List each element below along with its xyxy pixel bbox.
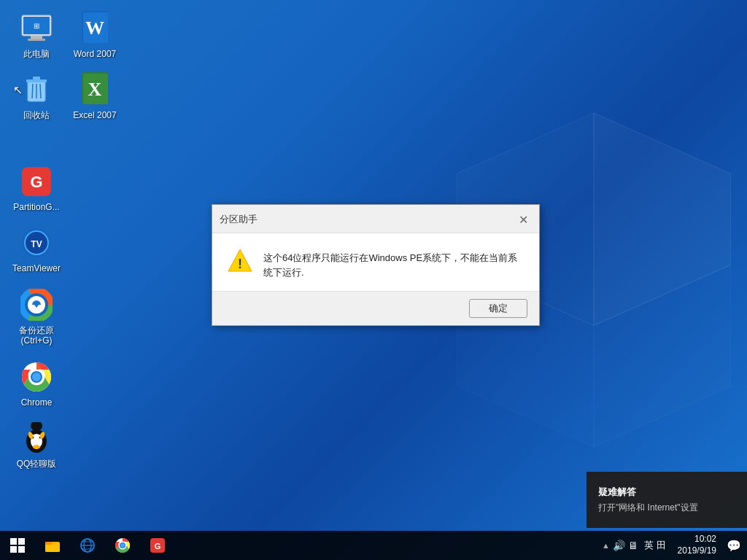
svg-rect-11 (33, 77, 40, 79)
desktop-icon-teamviewer[interactable]: TV TeamViewer (7, 222, 66, 277)
taskbar-ie[interactable] (70, 531, 105, 560)
cursor-indicator: ↖ (13, 83, 23, 97)
svg-line-12 (32, 84, 33, 98)
desktop-icon-chrome[interactable]: Chrome (7, 356, 66, 411)
svg-rect-46 (10, 538, 17, 545)
notification-popup[interactable]: 疑难解答 打开"网络和 Internet"设置 (587, 472, 747, 528)
dialog: 分区助手 ✕ ! 这个64位程序只能运行在Windows PE系统下，不能在当前… (212, 204, 540, 326)
svg-text:W: W (85, 18, 104, 39)
desktop-icon-excel[interactable]: X Excel 2007 (66, 69, 124, 124)
dialog-body: ! 这个64位程序只能运行在Windows PE系统下，不能在当前系统下运行. (212, 233, 539, 291)
desktop-icon-qq[interactable]: QQ轻聊版 (7, 417, 66, 472)
taskbar-apps: G (35, 531, 175, 560)
desktop-icon-recycle[interactable]: ↖ 回收站 (7, 69, 66, 124)
excel-label: Excel 2007 (73, 110, 116, 120)
tray-network[interactable]: 🖥 (628, 540, 638, 551)
svg-point-43 (33, 445, 40, 449)
word-label: Word 2007 (74, 49, 116, 59)
svg-text:G: G (30, 173, 42, 191)
svg-rect-10 (26, 79, 47, 82)
taskbar-clock[interactable]: 10:02 2019/9/19 (672, 534, 722, 556)
dialog-ok-button[interactable]: 确定 (469, 299, 527, 318)
svg-line-14 (40, 84, 41, 98)
svg-rect-48 (10, 546, 17, 553)
svg-point-32 (32, 373, 41, 381)
svg-rect-47 (18, 538, 25, 545)
notification-line1: 疑难解答 (598, 483, 735, 500)
notification-line2: 打开"网络和 Internet"设置 (598, 500, 735, 516)
chrome-label: Chrome (21, 397, 53, 408)
svg-text:!: ! (238, 257, 242, 271)
recycle-label: 回收站 (23, 110, 50, 120)
this-pc-label: 此电脑 (23, 49, 50, 59)
tray-speaker[interactable]: 🔊 (613, 540, 625, 551)
taskbar-time: 10:02 (678, 534, 716, 545)
this-pc-icon: ⊞ (19, 11, 54, 46)
taskbar-lang-label: 英 田 (644, 540, 666, 551)
dialog-title: 分区助手 (220, 213, 258, 226)
taskbar: G ▲ 🔊 🖥 英 田 10:02 2019/9/19 💬 (0, 531, 747, 560)
desktop-icon-partition[interactable]: G PartitionG... (7, 160, 66, 216)
svg-rect-7 (28, 39, 45, 41)
chrome-icon (19, 359, 54, 394)
desktop-icon-this-pc[interactable]: ⊞ 此电脑 (7, 7, 66, 63)
taskbar-language[interactable]: 英 田 (641, 539, 669, 552)
desktop-icon-backup[interactable]: 备份还原 (Ctrl+G) (7, 284, 66, 350)
teamviewer-label: TeamViewer (12, 263, 61, 273)
svg-rect-6 (31, 36, 42, 39)
taskbar-right: ▲ 🔊 🖥 英 田 10:02 2019/9/19 💬 (602, 534, 747, 556)
taskbar-file-manager[interactable] (35, 531, 70, 560)
tray-up-arrow[interactable]: ▲ (602, 541, 610, 550)
desktop-icon-word[interactable]: W Word 2007 (66, 7, 124, 63)
dialog-message: 这个64位程序只能运行在Windows PE系统下，不能在当前系统下运行. (263, 248, 525, 279)
svg-text:X: X (88, 79, 102, 100)
dialog-titlebar: 分区助手 ✕ (212, 205, 539, 233)
svg-rect-49 (18, 546, 25, 553)
svg-text:G: G (155, 542, 161, 551)
svg-text:⊞: ⊞ (34, 22, 39, 30)
backup-label: 备份还原 (Ctrl+G) (19, 325, 54, 346)
backup-icon (19, 287, 54, 322)
taskbar-chrome[interactable] (105, 531, 140, 560)
qq-icon (19, 421, 54, 456)
taskbar-start-button[interactable] (0, 531, 35, 560)
qq-label: QQ轻聊版 (17, 459, 57, 469)
taskbar-date: 2019/9/19 (678, 545, 716, 557)
svg-rect-52 (45, 542, 52, 545)
dialog-footer: 确定 (212, 291, 539, 325)
partition-label: PartitionG... (13, 202, 59, 212)
warning-icon: ! (227, 248, 253, 274)
taskbar-notification-bell[interactable]: 💬 (727, 539, 741, 553)
svg-text:TV: TV (31, 239, 42, 249)
desktop: ⊞ 此电脑 ↖ 回收站 (0, 0, 747, 560)
excel-icon: X (77, 72, 112, 107)
dialog-close-button[interactable]: ✕ (514, 211, 532, 228)
svg-point-40 (31, 422, 42, 431)
recycle-icon (19, 72, 54, 107)
teamviewer-icon: TV (19, 225, 54, 260)
taskbar-partition[interactable]: G (140, 531, 175, 560)
word-icon: W (77, 11, 112, 46)
svg-point-60 (120, 543, 125, 548)
partition-icon: G (19, 164, 54, 199)
